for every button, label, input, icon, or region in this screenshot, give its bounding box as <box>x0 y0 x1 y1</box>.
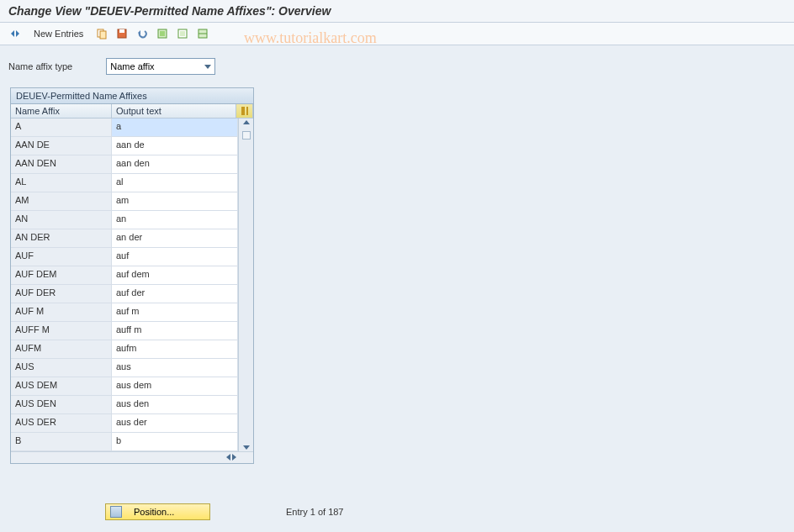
cell-name-affix[interactable]: AUS DEN <box>11 396 112 413</box>
svg-rect-1 <box>100 31 106 39</box>
toolbar: New Entries <box>0 23 794 45</box>
cell-name-affix[interactable]: AUFM <box>11 340 112 358</box>
cell-name-affix[interactable]: AN DER <box>11 229 112 247</box>
table-row[interactable]: AAN DENaan den <box>11 155 238 174</box>
copy-icon[interactable] <box>93 26 110 41</box>
cell-output-text[interactable]: auf dem <box>112 266 238 284</box>
svg-rect-3 <box>119 29 124 33</box>
position-icon <box>110 506 122 518</box>
table-title: DEUEV-Permitted Name Affixes <box>11 88 253 104</box>
svg-rect-11 <box>246 107 248 115</box>
cell-output-text[interactable]: aus den <box>112 396 238 413</box>
scroll-thumb[interactable] <box>242 131 251 140</box>
cell-name-affix[interactable]: AL <box>11 174 112 192</box>
table-row[interactable]: Bb <box>11 433 238 451</box>
cell-output-text[interactable]: auff m <box>112 322 238 340</box>
table-rows: AaAAN DEaan deAAN DENaan denALalAMamANan… <box>11 119 238 451</box>
cell-name-affix[interactable]: AUF DER <box>11 285 112 303</box>
footer: Position... Entry 1 of 187 <box>105 503 344 520</box>
table-row[interactable]: AMam <box>11 192 238 211</box>
cell-output-text[interactable]: al <box>112 174 238 192</box>
table-head: Name Affix Output text <box>11 104 253 119</box>
table-row[interactable]: AUSaus <box>11 359 238 377</box>
table-row[interactable]: Aa <box>11 119 238 137</box>
scroll-right-icon[interactable] <box>232 454 236 461</box>
toggle-icon[interactable] <box>7 26 24 41</box>
table-row[interactable]: ANan <box>11 211 238 229</box>
table-row[interactable]: AUS DEMaus dem <box>11 377 238 396</box>
cell-name-affix[interactable]: AUF M <box>11 303 112 321</box>
vertical-scrollbar[interactable] <box>238 119 253 451</box>
cell-name-affix[interactable]: AUF DEM <box>11 266 112 284</box>
table-row[interactable]: AUF DEMauf dem <box>11 266 238 285</box>
table-row[interactable]: ALal <box>11 174 238 192</box>
cell-name-affix[interactable]: AUS <box>11 359 112 377</box>
table-row[interactable]: AUS DENaus den <box>11 396 238 414</box>
col-output-text[interactable]: Output text <box>112 104 236 118</box>
cell-name-affix[interactable]: B <box>11 433 112 450</box>
cell-output-text[interactable]: a <box>112 119 238 136</box>
col-config-icon[interactable] <box>236 104 253 118</box>
cell-name-affix[interactable]: AAN DEN <box>11 155 112 173</box>
table-row[interactable]: AUF Mauf m <box>11 303 238 322</box>
table-row[interactable]: AN DERan der <box>11 229 238 248</box>
position-label: Position... <box>134 507 174 517</box>
select-block-icon[interactable] <box>194 26 211 41</box>
cell-output-text[interactable]: auf m <box>112 303 238 321</box>
svg-rect-7 <box>180 31 185 36</box>
cell-name-affix[interactable]: AUS DEM <box>11 377 112 395</box>
table-container: DEUEV-Permitted Name Affixes Name Affix … <box>10 87 254 464</box>
field-row: Name affix type Name affix <box>0 45 794 79</box>
cell-name-affix[interactable]: AUS DER <box>11 414 112 432</box>
table-row[interactable]: AUF DERauf der <box>11 285 238 303</box>
col-name-affix[interactable]: Name Affix <box>11 104 112 118</box>
select-all-icon[interactable] <box>154 26 171 41</box>
table-row[interactable]: AUFF Mauff m <box>11 322 238 340</box>
cell-output-text[interactable]: aus dem <box>112 377 238 395</box>
svg-rect-5 <box>160 31 165 36</box>
cell-name-affix[interactable]: AUF <box>11 248 112 266</box>
name-affix-type-label: Name affix type <box>8 61 72 71</box>
scroll-down-icon[interactable] <box>243 445 250 450</box>
table-row[interactable]: AUS DERaus der <box>11 414 238 433</box>
table-row[interactable]: AAN DEaan de <box>11 137 238 155</box>
svg-rect-10 <box>241 107 245 115</box>
new-entries-button[interactable]: New Entries <box>27 27 90 40</box>
save-icon[interactable] <box>114 26 130 41</box>
cell-name-affix[interactable]: A <box>11 119 112 136</box>
table-row[interactable]: AUFMaufm <box>11 340 238 359</box>
cell-output-text[interactable]: aus <box>112 359 238 377</box>
cell-name-affix[interactable]: AN <box>11 211 112 229</box>
name-affix-type-dropdown[interactable]: Name affix <box>106 58 215 75</box>
undo-icon[interactable] <box>134 26 151 41</box>
cell-output-text[interactable]: b <box>112 433 238 450</box>
cell-output-text[interactable]: auf <box>112 248 238 266</box>
cell-name-affix[interactable]: AUFF M <box>11 322 112 340</box>
page-title: Change View "DEUEV-Permitted Name Affixe… <box>0 0 794 23</box>
cell-name-affix[interactable]: AM <box>11 192 112 210</box>
cell-output-text[interactable]: aan de <box>112 137 238 155</box>
cell-output-text[interactable]: aufm <box>112 340 238 358</box>
cell-output-text[interactable]: am <box>112 192 238 210</box>
cell-output-text[interactable]: auf der <box>112 285 238 303</box>
cell-output-text[interactable]: an der <box>112 229 238 247</box>
dropdown-value: Name affix <box>110 61 154 71</box>
scroll-up-icon[interactable] <box>243 120 250 124</box>
scroll-left-icon[interactable] <box>226 454 230 461</box>
table-row[interactable]: AUFauf <box>11 248 238 266</box>
horizontal-scrollbar[interactable] <box>11 451 253 463</box>
entry-count: Entry 1 of 187 <box>286 507 344 517</box>
cell-name-affix[interactable]: AAN DE <box>11 137 112 155</box>
position-button[interactable]: Position... <box>105 503 210 520</box>
cell-output-text[interactable]: an <box>112 211 238 229</box>
cell-output-text[interactable]: aus der <box>112 414 238 432</box>
cell-output-text[interactable]: aan den <box>112 155 238 173</box>
deselect-icon[interactable] <box>174 26 191 41</box>
